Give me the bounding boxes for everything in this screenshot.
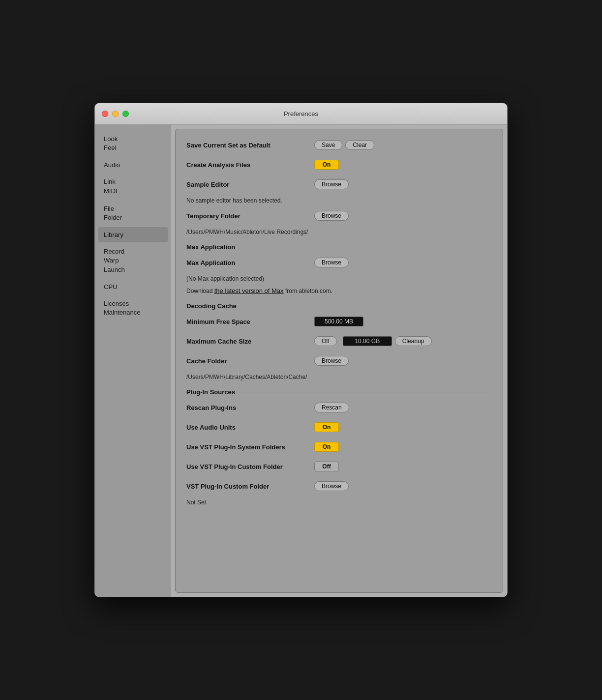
window-title: Preferences — [284, 110, 318, 117]
temporary-folder-row: Temporary Folder Browse — [186, 209, 492, 223]
min-free-space-input[interactable] — [314, 317, 363, 326]
max-application-section-divider: Max Application — [186, 243, 492, 251]
max-application-row: Max Application Browse — [186, 256, 492, 269]
max-application-divider-line — [240, 247, 492, 247]
sample-editor-browse-button[interactable]: Browse — [314, 179, 349, 189]
max-download-link[interactable]: the latest version of Max — [214, 287, 284, 294]
sidebar-item-cpu[interactable]: CPU — [98, 279, 168, 294]
use-audio-units-toggle[interactable]: On — [314, 422, 339, 432]
max-application-section-label: Max Application — [186, 243, 235, 251]
vst-custom-folder-sub-text: Not Set — [186, 499, 492, 506]
max-download-before: Download — [186, 288, 214, 294]
max-application-sub-text: (No Max application selected) — [186, 275, 492, 282]
rescan-plugins-label: Rescan Plug-Ins — [186, 404, 314, 411]
sidebar-item-look-feel[interactable]: Look Feel — [98, 131, 168, 156]
sidebar-item-file-folder[interactable]: File Folder — [98, 201, 168, 226]
use-vst-custom-row: Use VST Plug-In Custom Folder Off — [186, 460, 492, 473]
clear-button[interactable]: Clear — [345, 140, 374, 150]
cache-folder-path: /Users/PMWH/Library/Caches/Ableton/Cache… — [186, 374, 492, 380]
plugin-sources-section-label: Plug-In Sources — [186, 388, 235, 396]
main-content: Save Current Set as Default Save Clear C… — [175, 129, 503, 593]
save-current-set-label: Save Current Set as Default — [186, 142, 314, 149]
sidebar-item-link-midi[interactable]: Link MIDI — [98, 174, 168, 199]
traffic-lights — [102, 111, 129, 117]
max-download-text: Download the latest version of Max from … — [186, 287, 492, 294]
plugin-sources-section-divider: Plug-In Sources — [186, 388, 492, 396]
content-area: Look Feel Audio Link MIDI File Folder Li… — [95, 125, 507, 597]
temporary-folder-browse-button[interactable]: Browse — [314, 211, 349, 221]
min-free-space-row: Minimum Free Space — [186, 315, 492, 328]
cache-folder-label: Cache Folder — [186, 357, 314, 365]
max-application-label: Max Application — [186, 259, 314, 266]
min-free-space-label: Minimum Free Space — [186, 318, 314, 325]
max-application-browse-button[interactable]: Browse — [314, 258, 349, 267]
sidebar: Look Feel Audio Link MIDI File Folder Li… — [95, 125, 171, 597]
plugin-sources-divider-line — [240, 392, 492, 392]
max-cache-size-controls: Off Cleanup — [314, 336, 435, 346]
vst-custom-folder-label: VST Plug-In Custom Folder — [186, 483, 314, 490]
use-vst-custom-toggle[interactable]: Off — [314, 462, 339, 471]
cleanup-button[interactable]: Cleanup — [395, 336, 432, 346]
sidebar-item-licenses-maintenance[interactable]: Licenses Maintenance — [98, 295, 168, 321]
minimize-button[interactable] — [112, 111, 119, 117]
save-button[interactable]: Save — [314, 140, 342, 150]
create-analysis-files-toggle[interactable]: On — [314, 160, 339, 170]
close-button[interactable] — [102, 111, 108, 117]
rescan-plugins-row: Rescan Plug-Ins Rescan — [186, 401, 492, 414]
titlebar: Preferences — [95, 103, 507, 125]
use-audio-units-label: Use Audio Units — [186, 424, 314, 431]
decoding-cache-divider-line — [241, 306, 492, 306]
decoding-cache-section-divider: Decoding Cache — [186, 302, 492, 310]
use-audio-units-row: Use Audio Units On — [186, 420, 492, 434]
sample-editor-label: Sample Editor — [186, 181, 314, 188]
vst-custom-folder-browse-button[interactable]: Browse — [314, 481, 349, 491]
cache-folder-browse-button[interactable]: Browse — [314, 356, 349, 366]
save-current-set-row: Save Current Set as Default Save Clear — [186, 138, 492, 152]
maximize-button[interactable] — [122, 111, 129, 117]
rescan-plugins-button[interactable]: Rescan — [314, 403, 349, 412]
temporary-folder-label: Temporary Folder — [186, 212, 314, 220]
use-vst-system-toggle[interactable]: On — [314, 442, 339, 452]
temporary-folder-path: /Users/PMWH/Music/Ableton/Live Recording… — [186, 229, 492, 235]
create-analysis-files-label: Create Analysis Files — [186, 161, 314, 169]
use-vst-system-row: Use VST Plug-In System Folders On — [186, 440, 492, 454]
use-vst-system-label: Use VST Plug-In System Folders — [186, 443, 314, 451]
sidebar-item-audio[interactable]: Audio — [98, 157, 168, 173]
max-cache-size-row: Maximum Cache Size Off Cleanup — [186, 334, 492, 348]
max-cache-size-input[interactable] — [343, 336, 392, 346]
cache-folder-row: Cache Folder Browse — [186, 354, 492, 368]
sample-editor-sub-text: No sample editor has been selected. — [186, 197, 492, 204]
sample-editor-row: Sample Editor Browse — [186, 177, 492, 191]
max-cache-size-label: Maximum Cache Size — [186, 338, 314, 345]
preferences-window: Preferences Look Feel Audio Link MIDI Fi… — [94, 103, 508, 597]
use-vst-custom-label: Use VST Plug-In Custom Folder — [186, 463, 314, 470]
vst-custom-folder-row: VST Plug-In Custom Folder Browse — [186, 479, 492, 493]
decoding-cache-section-label: Decoding Cache — [186, 302, 237, 310]
sidebar-item-record-warp-launch[interactable]: Record Warp Launch — [98, 243, 168, 278]
max-cache-size-off-button[interactable]: Off — [314, 336, 337, 346]
sidebar-item-library[interactable]: Library — [98, 227, 168, 242]
create-analysis-files-row: Create Analysis Files On — [186, 158, 492, 172]
max-download-after: from ableton.com. — [284, 288, 332, 294]
